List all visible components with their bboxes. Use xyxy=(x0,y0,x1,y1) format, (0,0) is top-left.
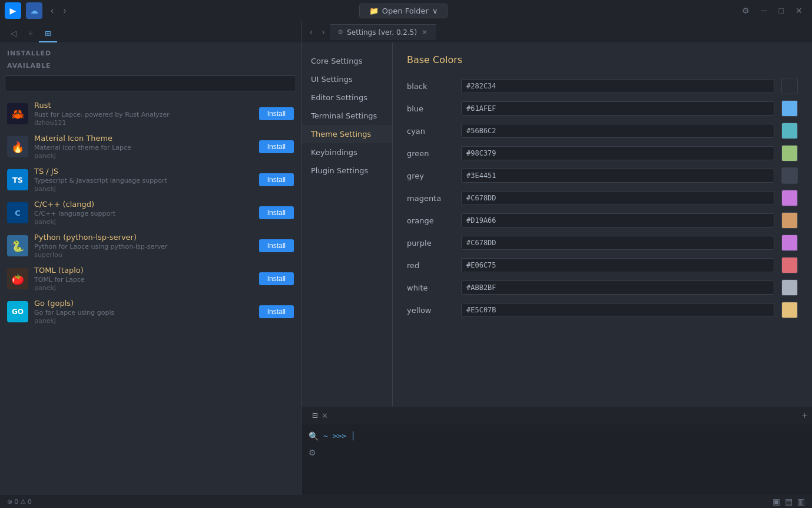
sidebar-tab-extensions[interactable]: ⊞ xyxy=(39,25,57,42)
nav-buttons: ‹ › xyxy=(47,4,70,17)
color-input-red[interactable] xyxy=(461,258,774,272)
ext-rust-desc: Rust for Lapce: powered by Rust Analyzer xyxy=(34,111,253,118)
color-input-black[interactable] xyxy=(461,79,774,93)
ext-python-info: Python (python-lsp-server) Python for La… xyxy=(34,233,253,259)
settings-tab-gear-icon: ⚙ xyxy=(337,28,343,36)
ext-tsjs-install-button[interactable]: Install xyxy=(259,173,294,186)
ext-python-install-button[interactable]: Install xyxy=(259,239,294,252)
sidebar-content: Installed Available 🦀 Rust Rust for Lapc… xyxy=(0,42,301,495)
ext-cpp-info: C/C++ (clangd) C/C++ language support pa… xyxy=(34,200,253,226)
ext-python-name: Python (python-lsp-server) xyxy=(34,233,253,242)
settings-navigation: Core Settings UI Settings Editor Setting… xyxy=(301,42,393,407)
list-item[interactable]: TS TS / JS Typescript & Javascript langu… xyxy=(0,163,301,196)
settings-area: Core Settings UI Settings Editor Setting… xyxy=(301,42,812,407)
terminal-tab-icon: ⊟ xyxy=(312,411,318,420)
ext-toml-desc: TOML for Lapce xyxy=(34,276,253,283)
tab-nav-forward-button[interactable]: › xyxy=(319,26,329,38)
terminal-prompt: ~ >>> │ xyxy=(323,431,356,440)
ext-tsjs-icon: TS xyxy=(7,169,28,190)
nav-forward-button[interactable]: › xyxy=(59,4,69,17)
ext-cpp-desc: C/C++ language support xyxy=(34,210,253,217)
color-row: red xyxy=(407,254,798,276)
ext-toml-install-button[interactable]: Install xyxy=(259,272,294,285)
list-item[interactable]: 🍅 TOML (taplo) TOML for Lapce panekj Ins… xyxy=(0,262,301,295)
color-swatch-purple[interactable] xyxy=(781,235,798,251)
color-input-orange[interactable] xyxy=(461,213,774,227)
terminal-add-button[interactable]: + xyxy=(802,410,807,421)
color-swatch-blue[interactable] xyxy=(781,100,798,117)
color-input-cyan[interactable] xyxy=(461,124,774,138)
settings-tab-close-button[interactable]: ✕ xyxy=(420,28,429,37)
color-input-yellow[interactable] xyxy=(461,303,774,317)
open-folder-button[interactable]: 📁 Open Folder ∨ xyxy=(359,4,448,18)
ext-material-install-button[interactable]: Install xyxy=(259,140,294,153)
ext-tsjs-desc: Typescript & Javascript language support xyxy=(34,177,253,184)
sidebar-tab-explorer[interactable]: ◁ xyxy=(5,25,22,42)
list-item[interactable]: 🦀 Rust Rust for Lapce: powered by Rust A… xyxy=(0,97,301,130)
ext-rust-install-button[interactable]: Install xyxy=(259,107,294,120)
extensions-search-input[interactable] xyxy=(5,75,296,91)
close-button[interactable]: ✕ xyxy=(791,4,807,18)
terminal-tab-close-button[interactable]: ✕ xyxy=(322,411,328,420)
ext-cpp-install-button[interactable]: Install xyxy=(259,206,294,219)
color-input-purple[interactable] xyxy=(461,236,774,250)
color-row: grey xyxy=(407,164,798,187)
list-item[interactable]: C C/C++ (clangd) C/C++ language support … xyxy=(0,196,301,229)
settings-nav-editor[interactable]: Editor Settings xyxy=(301,88,392,107)
layout-button-2[interactable]: ▤ xyxy=(785,497,793,506)
ext-cpp-name: C/C++ (clangd) xyxy=(34,200,253,209)
base-colors-title: Base Colors xyxy=(407,54,798,65)
color-input-blue[interactable] xyxy=(461,101,774,116)
list-item[interactable]: GO Go (gopls) Go for Lapce using gopls p… xyxy=(0,295,301,328)
color-swatch-magenta[interactable] xyxy=(781,190,798,206)
color-swatch-black[interactable] xyxy=(781,78,798,94)
layout-button-1[interactable]: ▣ xyxy=(773,497,780,506)
ext-python-icon: 🐍 xyxy=(7,235,28,256)
sidebar-tab-source-control[interactable]: ⑂ xyxy=(22,25,39,42)
maximize-button[interactable]: □ xyxy=(774,4,788,18)
tab-nav-back-button[interactable]: ‹ xyxy=(306,26,316,38)
settings-nav-terminal[interactable]: Terminal Settings xyxy=(301,107,392,125)
color-row: magenta xyxy=(407,187,798,209)
main-area: ◁ ⑂ ⊞ Installed Available 🦀 Rust Rust fo… xyxy=(0,21,812,495)
settings-nav-theme[interactable]: Theme Settings xyxy=(301,125,392,143)
ext-tsjs-author: panekj xyxy=(34,185,253,193)
color-input-magenta[interactable] xyxy=(461,191,774,205)
list-item[interactable]: 🐍 Python (python-lsp-server) Python for … xyxy=(0,229,301,262)
color-swatch-grey[interactable] xyxy=(781,167,798,184)
app-logo: ▶ xyxy=(5,2,21,19)
color-input-white[interactable] xyxy=(461,281,774,295)
nav-back-button[interactable]: ‹ xyxy=(47,4,57,17)
settings-nav-ui[interactable]: UI Settings xyxy=(301,70,392,88)
color-swatch-orange[interactable] xyxy=(781,212,798,229)
list-item[interactable]: 🔥 Material Icon Theme Material icon them… xyxy=(0,130,301,163)
layout-button-3[interactable]: ▥ xyxy=(797,497,805,506)
color-swatch-cyan[interactable] xyxy=(781,123,798,139)
editor-tab-bar: ‹ › ⚙ Settings (ver. 0.2.5) ✕ xyxy=(301,21,812,42)
minimize-button[interactable]: ─ xyxy=(757,4,772,18)
settings-nav-keybindings[interactable]: Keybindings xyxy=(301,143,392,161)
color-label-blue: blue xyxy=(407,104,454,113)
settings-nav-core[interactable]: Core Settings xyxy=(301,52,392,70)
color-row: blue xyxy=(407,97,798,120)
settings-main-content: Base Colors blackbluecyangreengreymagent… xyxy=(393,42,812,407)
color-swatch-yellow[interactable] xyxy=(781,302,798,318)
color-input-grey[interactable] xyxy=(461,169,774,183)
warning-count: 0 xyxy=(28,498,32,506)
ext-toml-icon: 🍅 xyxy=(7,268,28,289)
color-swatch-red[interactable] xyxy=(781,257,798,273)
color-swatch-green[interactable] xyxy=(781,145,798,161)
installed-label: Installed xyxy=(0,47,301,60)
color-input-green[interactable] xyxy=(461,146,774,160)
settings-button[interactable]: ⚙ xyxy=(737,4,754,18)
color-label-black: black xyxy=(407,82,454,91)
ext-go-install-button[interactable]: Install xyxy=(259,305,294,318)
color-swatch-white[interactable] xyxy=(781,279,798,296)
terminal-tab-bar: ⊟ ✕ + xyxy=(301,407,812,424)
terminal-settings-icon[interactable]: ⚙ xyxy=(309,448,319,457)
settings-nav-plugins[interactable]: Plugin Settings xyxy=(301,161,392,180)
terminal-search-icon[interactable]: 🔍 xyxy=(309,431,319,441)
settings-tab[interactable]: ⚙ Settings (ver. 0.2.5) ✕ xyxy=(330,24,436,40)
terminal-tab-item[interactable]: ⊟ ✕ xyxy=(306,409,334,423)
ext-rust-name: Rust xyxy=(34,101,253,110)
